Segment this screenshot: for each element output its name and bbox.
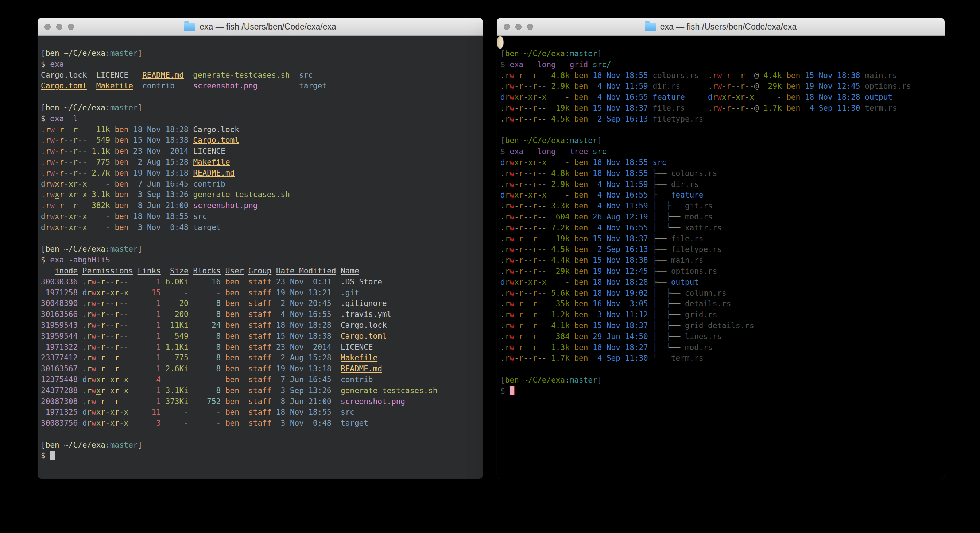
terminal-line: [ben ~/C/e/exa:master] [41, 244, 480, 255]
terminal-line: .rw-r--r-- 11k ben 18 Nov 18:28 Cargo.lo… [41, 124, 480, 136]
terminal-line: .rw-r--r-- 382k ben 8 Jun 21:00 screensh… [41, 200, 480, 211]
window-title-group: exa — fish /Users/ben/Code/exa/exa [184, 22, 336, 32]
terminal-line: 12375448 drwxr-xr-x 4 - - ben staff 7 Ju… [41, 375, 480, 386]
terminal-line: drwxr-xr-x - ben 3 Nov 0:48 target [41, 222, 480, 233]
terminal-line [41, 429, 480, 440]
terminal-line: 31959543 .rw-r--r-- 1 11Ki 24 ben staff … [41, 320, 480, 331]
terminal-line: Cargo.lock LICENCE README.md generate-te… [41, 70, 480, 81]
terminal-line: [ben ~/C/e/exa:master] [41, 48, 480, 59]
terminal-content[interactable]: [ben ~/C/e/exa:master]$ exaCargo.lock LI… [38, 36, 483, 479]
terminal-line: 30083756 drwxr-xr-x 3 - - ben staff 3 No… [41, 418, 480, 429]
terminal-line: .rw-r--r-- 549 ben 15 Nov 18:38 Cargo.to… [41, 135, 480, 146]
terminal-line: drwxr-xr-x - ben 18 Nov 18:55 src [41, 211, 480, 222]
terminal-line: $ exa [41, 59, 480, 70]
terminal-window-dark: exa — fish /Users/ben/Code/exa/exa [ben … [38, 18, 483, 479]
minimize-button[interactable] [56, 24, 62, 30]
terminal-line: .rw-r--r-- 2.7k ben 19 Nov 13:18 README.… [41, 168, 480, 179]
terminal-line: inode Permissions Links Size Blocks User… [41, 266, 480, 277]
terminal-line: .rw-r--r-- 1.1k ben 23 Nov 2014 LICENCE [41, 146, 480, 157]
folder-icon [645, 23, 656, 31]
terminal-line: 23377412 .rw-r--r-- 1 775 8 ben staff 2 … [41, 353, 480, 364]
terminal-line: $ exa -l [41, 113, 480, 124]
terminal-line: Cargo.toml Makefile contrib screenshot.p… [41, 81, 480, 92]
terminal-line: 30163567 .rw-r--r-- 1 2.6Ki 8 ben staff … [41, 364, 480, 375]
close-button[interactable] [45, 24, 51, 30]
window-title-group: exa — fish /Users/ben/Code/exa/exa [645, 22, 797, 32]
terminal-line: .rwxr-xr-x 3.1k ben 3 Sep 13:26 generate… [41, 190, 480, 200]
terminal-line: 1971325 drwxr-xr-x 11 - - ben staff 18 N… [41, 407, 480, 418]
window-title: exa — fish /Users/ben/Code/exa/exa [199, 22, 336, 32]
terminal-line: 30163566 .rw-r--r-- 1 200 8 ben staff 4 … [41, 309, 480, 320]
terminal-line [41, 92, 480, 102]
terminal-line: 24377288 .rwxr-xr-x 1 3.1Ki 8 ben staff … [41, 386, 480, 396]
terminal-line: 30048390 .rw-r--r-- 1 20 8 ben staff 2 N… [41, 298, 480, 309]
terminal-line: $ exa -abghHliS [41, 255, 480, 266]
terminal-line: 1971258 drwxr-xr-x 15 - - ben staff 19 N… [41, 288, 480, 298]
traffic-lights [504, 18, 533, 35]
terminal-line: [ben ~/C/e/exa:master] [41, 440, 480, 451]
terminal-line [41, 233, 480, 244]
terminal-line: drwxr-xr-x - ben 7 Jun 16:45 contrib [41, 179, 480, 190]
terminal-line: 31959544 .rw-r--r-- 1 549 8 ben staff 15… [41, 331, 480, 342]
terminal-window-light: exa — fish /Users/ben/Code/exa/exa [ben … [497, 18, 945, 479]
terminal-line: 30030336 .rw-r--r-- 1 6.0Ki 16 ben staff… [41, 277, 480, 288]
terminal-line: 20087308 .rw-r--r-- 1 373Ki 752 ben staf… [41, 396, 480, 407]
zoom-button[interactable] [527, 24, 533, 30]
desktop: { "palettes": { "dark": { "bg": "#2a2c2e… [0, 0, 980, 533]
terminal-content[interactable]: [ben ~/C/e/exa:master]$ exa --long --gri… [497, 36, 504, 49]
close-button[interactable] [504, 24, 510, 30]
terminal-line: 1971322 .rw-r--r-- 1 1.1Ki 8 ben staff 2… [41, 342, 480, 353]
titlebar[interactable]: exa — fish /Users/ben/Code/exa/exa [38, 18, 483, 36]
terminal-line: .rw-r--r-- 775 ben 2 Aug 15:28 Makefile [41, 157, 480, 168]
terminal-line: [ben ~/C/e/exa:master] [41, 102, 480, 113]
terminal-line: $ █ [41, 450, 480, 461]
traffic-lights [45, 18, 74, 35]
minimize-button[interactable] [515, 24, 522, 30]
folder-icon [184, 23, 196, 31]
zoom-button[interactable] [68, 24, 74, 30]
titlebar[interactable]: exa — fish /Users/ben/Code/exa/exa [497, 18, 945, 36]
window-title: exa — fish /Users/ben/Code/exa/exa [660, 22, 797, 32]
